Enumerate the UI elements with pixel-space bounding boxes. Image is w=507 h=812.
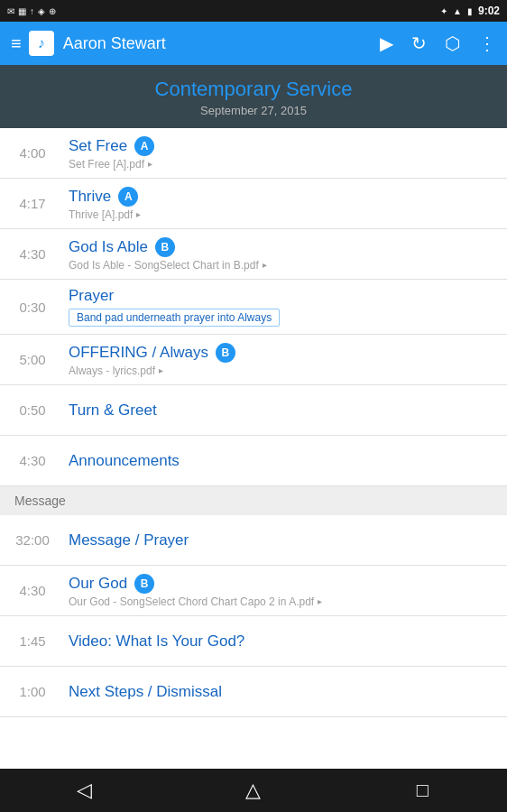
item-title-line: Announcements [69,452,496,470]
item-content: OFFERING / AlwaysBAlways - lyrics.pdf ▸ [65,335,507,384]
item-time: 1:00 [0,667,65,716]
content-list: 4:00Set FreeASet Free [A].pdf ▸4:17Thriv… [0,128,507,776]
item-title-line: God Is AbleB [69,237,496,257]
item-time: 0:30 [0,280,65,334]
item-title: Prayer [69,287,114,305]
recents-button[interactable]: □ [395,769,449,812]
item-title-line: Set FreeA [69,136,496,156]
item-subtitle: Thrive [A].pdf ▸ [69,208,496,221]
pdf-arrow-icon: ▸ [159,365,163,375]
item-time: 4:30 [0,566,65,615]
app-bar-actions: ▶ ↻ ⬡ ⋮ [380,32,496,54]
item-content: Message / Prayer [65,515,507,565]
status-bar: ✉ ▦ ↑ ◈ ⊕ ✦ ▲ ▮ 9:02 [0,0,507,22]
pdf-arrow-icon: ▸ [263,260,267,270]
item-title: OFFERING / Always [69,344,208,362]
calendar-icon: ▦ [18,6,26,16]
play-icon[interactable]: ▶ [380,32,393,54]
item-content: Our GodBOur God - SongSelect Chord Chart… [65,566,507,615]
item-content: PrayerBand pad underneath prayer into Al… [65,280,507,334]
item-time: 4:17 [0,179,65,228]
list-item[interactable]: 1:00Next Steps / Dismissal [0,667,507,717]
item-title-line: Message / Prayer [69,531,496,549]
pdf-arrow-icon: ▸ [148,159,152,169]
item-title: Turn & Greet [69,401,157,420]
note-tag: Band pad underneath prayer into Always [69,309,280,327]
status-bar-left: ✉ ▦ ↑ ◈ ⊕ [7,6,56,16]
list-item[interactable]: 4:00Set FreeASet Free [A].pdf ▸ [0,128,507,179]
mail-icon: ✉ [7,6,14,16]
item-time: 4:00 [0,128,65,178]
item-content: Set FreeASet Free [A].pdf ▸ [65,128,507,178]
item-content: Video: What Is Your God? [65,616,507,666]
battery-icon: ▮ [467,6,473,16]
item-time: 5:00 [0,335,65,384]
list-item[interactable]: 4:30Announcements [0,436,507,486]
item-subtitle: Set Free [A].pdf ▸ [69,158,496,171]
item-badge: A [134,136,154,156]
item-time: 4:30 [0,436,65,485]
item-time: 4:30 [0,229,65,279]
item-title-line: Video: What Is Your God? [69,632,496,651]
list-item[interactable]: 0:30PrayerBand pad underneath prayer int… [0,280,507,335]
list-item[interactable]: 4:17ThriveAThrive [A].pdf ▸ [0,179,507,229]
item-subtitle: Always - lyrics.pdf ▸ [69,364,496,377]
list-item[interactable]: 5:00OFFERING / AlwaysBAlways - lyrics.pd… [0,335,507,385]
item-content: Turn & Greet [65,385,507,435]
item-title-line: Turn & Greet [69,401,496,420]
item-title-line: OFFERING / AlwaysB [69,343,496,363]
item-title: God Is Able [69,238,148,256]
wifi-icon: ▲ [453,6,462,16]
item-badge: A [118,187,138,207]
app-bar: ≡ ♪ Aaron Stewart ▶ ↻ ⬡ ⋮ [0,22,507,65]
export-icon[interactable]: ⬡ [445,32,460,54]
item-content: ThriveAThrive [A].pdf ▸ [65,179,507,228]
item-title: Set Free [69,137,127,155]
more-icon[interactable]: ⋮ [478,32,496,54]
back-button[interactable]: ◁ [58,769,112,812]
service-header: Contemporary Service September 27, 2015 [0,65,507,128]
refresh-icon[interactable]: ↻ [411,32,427,54]
item-title: Our God [69,575,127,593]
list-item[interactable]: 1:45Video: What Is Your God? [0,616,507,667]
item-title-line: ThriveA [69,187,496,207]
item-subtitle: God Is Able - SongSelect Chart in B.pdf … [69,259,496,272]
bluetooth-icon: ✦ [440,6,447,16]
item-title: Announcements [69,452,180,470]
pdf-arrow-icon: ▸ [136,209,141,219]
item-title-line: Prayer [69,287,496,305]
list-item[interactable]: 32:00Message / Prayer [0,515,507,566]
upload-icon: ↑ [30,6,34,16]
item-note: Band pad underneath prayer into Always [69,309,496,327]
item-title: Next Steps / Dismissal [69,683,222,701]
item-time: 0:50 [0,385,65,435]
item-subtitle: Our God - SongSelect Chord Chart Capo 2 … [69,595,496,608]
status-bar-right: ✦ ▲ ▮ 9:02 [440,5,500,17]
clock: 9:02 [478,5,500,17]
extra-icon: ⊕ [49,6,56,16]
nav-bar: ◁ △ □ [0,769,507,812]
app-logo: ♪ [29,31,54,56]
home-button[interactable]: △ [226,769,281,812]
item-badge: B [134,574,154,594]
item-badge: B [155,237,175,257]
item-title: Thrive [69,188,111,206]
item-content: Announcements [65,436,507,485]
item-title-line: Next Steps / Dismissal [69,683,496,701]
item-content: Next Steps / Dismissal [65,667,507,716]
item-title-line: Our GodB [69,574,496,594]
item-time: 32:00 [0,515,65,565]
list-item[interactable]: 0:50Turn & Greet [0,385,507,436]
item-title: Message / Prayer [69,531,189,549]
list-item[interactable]: 4:30Our GodBOur God - SongSelect Chord C… [0,566,507,616]
logo-icon: ♪ [38,35,45,51]
menu-icon[interactable]: ≡ [11,33,22,54]
item-title: Video: What Is Your God? [69,632,244,651]
list-item[interactable]: 4:30God Is AbleBGod Is Able - SongSelect… [0,229,507,280]
service-title: Contemporary Service [14,78,493,101]
item-time: 1:45 [0,616,65,666]
item-badge: B [216,343,235,363]
pdf-arrow-icon: ▸ [318,596,322,606]
notification-icon: ◈ [38,6,45,16]
app-title: Aaron Stewart [63,34,380,53]
